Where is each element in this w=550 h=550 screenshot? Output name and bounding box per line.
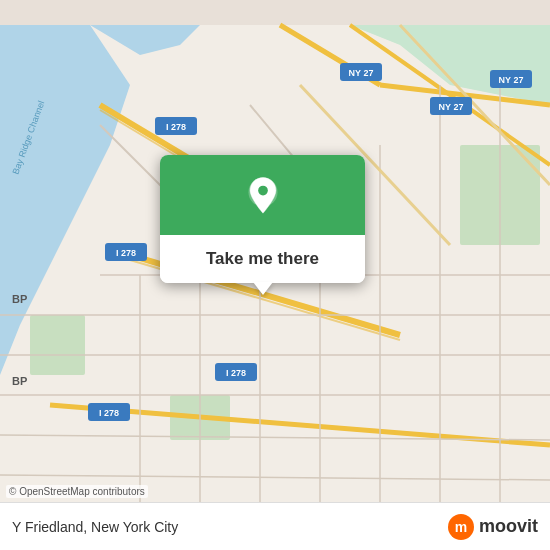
svg-text:I 278: I 278 xyxy=(226,368,246,378)
svg-text:I 278: I 278 xyxy=(116,248,136,258)
popup-footer: Take me there xyxy=(160,235,365,283)
moovit-text: moovit xyxy=(479,516,538,537)
svg-point-51 xyxy=(258,186,268,196)
svg-text:NY 27: NY 27 xyxy=(439,102,464,112)
location-pin-icon xyxy=(242,176,284,218)
svg-text:I 278: I 278 xyxy=(99,408,119,418)
map-attribution: © OpenStreetMap contributors xyxy=(6,485,148,498)
svg-text:BP: BP xyxy=(12,375,27,387)
popup-header xyxy=(160,155,365,235)
take-me-there-button[interactable]: Take me there xyxy=(176,247,349,271)
location-name-label: Y Friedland, New York City xyxy=(12,519,178,535)
moovit-logo: m moovit xyxy=(447,513,538,541)
svg-text:m: m xyxy=(455,519,467,535)
svg-text:I 278: I 278 xyxy=(166,122,186,132)
popup-pointer xyxy=(253,282,273,295)
popup-card: Take me there xyxy=(160,155,365,283)
moovit-logo-icon: m xyxy=(447,513,475,541)
svg-rect-4 xyxy=(30,315,85,375)
svg-text:NY 27: NY 27 xyxy=(499,75,524,85)
svg-text:NY 27: NY 27 xyxy=(349,68,374,78)
map-container: I 278 I 278 I 278 I 278 NY 27 NY 27 NY 2… xyxy=(0,0,550,550)
svg-text:BP: BP xyxy=(12,293,27,305)
bottom-bar: Y Friedland, New York City m moovit xyxy=(0,502,550,550)
